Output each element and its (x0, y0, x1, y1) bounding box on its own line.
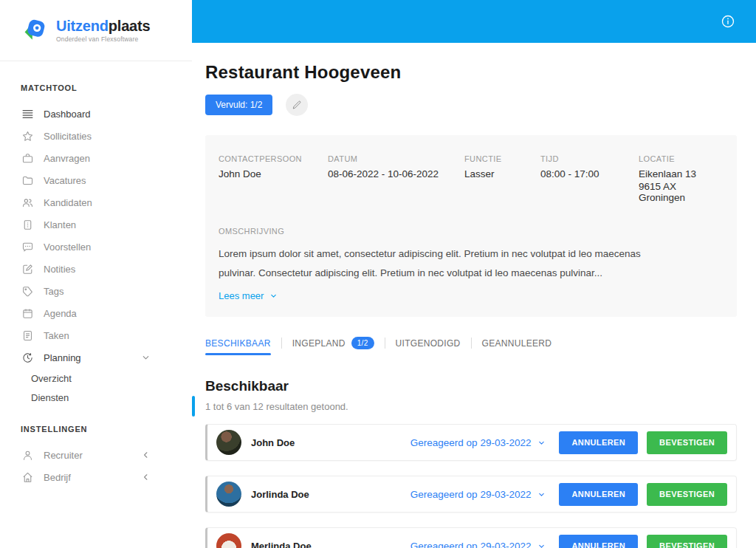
brand-text: Uitzendplaats Onderdeel van Flexsoftware (56, 18, 150, 43)
chevron-left-icon (141, 451, 151, 460)
sidebar-subitem-overzicht[interactable]: Overzicht (0, 369, 192, 388)
annuleren-button[interactable]: ANNULEREN (559, 483, 638, 506)
sidebar-item-taken[interactable]: Taken (0, 324, 192, 346)
sidebar-item-agenda[interactable]: Agenda (0, 302, 192, 324)
folder-icon (21, 174, 34, 187)
field-value: 08-06-2022 - 10-06-2022 (328, 168, 464, 179)
candidate-name: John Doe (251, 437, 295, 448)
nav-spacer (0, 407, 192, 425)
sidebar-item-notities[interactable]: Notities (0, 258, 192, 280)
sidebar-item-label: Planning (44, 352, 81, 363)
description-section: OMSCHRIJVING Lorem ipsum dolor sit amet,… (219, 227, 722, 302)
sidebar-item-planning[interactable]: Planning (0, 346, 192, 369)
sidebar-item-kandidaten[interactable]: Kandidaten (0, 191, 192, 213)
sidebar-item-label: Recruiter (44, 450, 83, 461)
tab-geannuleerd[interactable]: GEANNULEERD (482, 338, 552, 355)
sidebar-subitem-diensten[interactable]: Diensten (0, 388, 192, 407)
home-icon (21, 470, 34, 484)
sidebar-item-klanten[interactable]: Klanten (0, 213, 192, 236)
field-label: LOCATIE (639, 154, 722, 163)
sidebar-item-label: Notities (44, 264, 75, 275)
status-dropdown-link[interactable]: Gereageerd op 29-03-2022 (410, 437, 546, 448)
field-label: FUNCTIE (464, 154, 540, 163)
details-fields: CONTACTPERSOON John Doe DATUM 08-06-2022… (219, 154, 722, 203)
field-tijd: TIJD 08:00 - 17:00 (540, 154, 639, 203)
bevestigen-button[interactable]: BEVESTIGEN (647, 431, 727, 454)
topbar (192, 0, 756, 43)
sidebar-nav: MATCHTOOL Dashboard Sollicitaties Aanvra… (0, 61, 192, 488)
edit-button[interactable] (286, 94, 308, 116)
sidebar: Uitzendplaats Onderdeel van Flexsoftware… (0, 0, 192, 548)
details-card: CONTACTPERSOON John Doe DATUM 08-06-2022… (205, 135, 737, 317)
field-value-line2: 9615 AX Groningen (639, 181, 722, 203)
calendar-icon (21, 306, 34, 320)
task-icon (21, 329, 34, 342)
tab-label: INGEPLAND (292, 338, 346, 349)
bevestigen-button[interactable]: BEVESTIGEN (647, 535, 727, 548)
list-heading: Beschikbaar (205, 378, 737, 394)
sidebar-item-bedrijf[interactable]: Bedrijf (0, 466, 192, 488)
chevron-down-icon (537, 439, 546, 447)
sidebar-item-sollicitaties[interactable]: Sollicitaties (0, 125, 192, 147)
annuleren-button[interactable]: ANNULEREN (559, 535, 638, 548)
field-value: Eikenlaan 13 (639, 168, 722, 179)
sidebar-item-label: Kandidaten (44, 197, 92, 208)
app-window: Uitzendplaats Onderdeel van Flexsoftware… (0, 0, 756, 548)
sidebar-item-label: Sollicitaties (44, 131, 92, 142)
sidebar-item-vacatures[interactable]: Vacatures (0, 169, 192, 191)
sidebar-item-label: Voorstellen (44, 242, 91, 253)
status-text: Gereageerd op 29-03-2022 (410, 437, 532, 448)
tab-uitgenodigd[interactable]: UITGENODIGD (396, 338, 461, 355)
section-matchtool: MATCHTOOL (0, 83, 192, 103)
user-icon (21, 448, 34, 462)
description-text: Lorem ipsum dolor sit amet, consectetur … (219, 244, 722, 283)
description-line1: Lorem ipsum dolor sit amet, consectetur … (219, 244, 722, 264)
sidebar-item-voorstellen[interactable]: Voorstellen (0, 236, 192, 258)
tab-label: BESCHIKBAAR (205, 338, 271, 349)
chevron-left-icon (141, 473, 151, 482)
content: Restaurant Hoogeveen Vervuld: 1/2 CONTAC… (192, 43, 756, 548)
candidate-name: Merlinda Doe (251, 541, 312, 548)
tab-divider (281, 338, 282, 349)
sidebar-subitem-label: Diensten (31, 392, 69, 403)
section-instellingen: INSTELLINGEN (0, 425, 192, 444)
info-icon[interactable] (721, 14, 735, 29)
sidebar-item-label: Taken (44, 330, 69, 341)
main-area: Restaurant Hoogeveen Vervuld: 1/2 CONTAC… (192, 0, 756, 548)
read-more-link[interactable]: Lees meer (219, 290, 278, 301)
field-label: CONTACTPERSOON (219, 154, 328, 163)
tab-beschikbaar[interactable]: BESCHIKBAAR (205, 338, 271, 355)
sidebar-item-recruiter[interactable]: Recruiter (0, 444, 192, 466)
tab-label: UITGENODIGD (396, 338, 461, 349)
scrollbar-indicator[interactable] (192, 396, 195, 417)
avatar (216, 430, 241, 455)
avatar (216, 482, 241, 507)
brand-name-secondary: plaats (109, 18, 151, 34)
tab-divider (385, 338, 385, 349)
candidate-list: John Doe Gereageerd op 29-03-2022 ANNULE… (205, 424, 737, 548)
sidebar-item-dashboard[interactable]: Dashboard (0, 103, 192, 125)
tab-bar: BESCHIKBAAR INGEPLAND 1/2 UITGENODIGD GE… (205, 337, 737, 356)
status-dropdown-link[interactable]: Gereageerd op 29-03-2022 (410, 489, 546, 500)
sidebar-item-tags[interactable]: Tags (0, 280, 192, 302)
tag-icon (21, 284, 34, 298)
status-dropdown-link[interactable]: Gereageerd op 29-03-2022 (410, 541, 546, 548)
brand-logo: Uitzendplaats Onderdeel van Flexsoftware (0, 0, 192, 61)
description-line2: pulvinar. Consectetur adipiscing elit. P… (219, 264, 722, 283)
annuleren-button[interactable]: ANNULEREN (559, 431, 638, 454)
field-label: TIJD (540, 154, 639, 163)
chevron-down-icon (537, 490, 546, 499)
menu-icon (21, 107, 34, 120)
avatar (216, 533, 241, 548)
tab-label: GEANNULEERD (482, 338, 552, 349)
tab-ingepland[interactable]: INGEPLAND 1/2 (292, 337, 374, 356)
field-locatie: LOCATIE Eikenlaan 13 9615 AX Groningen (639, 154, 722, 203)
field-value: 08:00 - 17:00 (540, 168, 639, 179)
status-badge: Vervuld: 1/2 (205, 95, 272, 115)
clock-icon (21, 351, 34, 364)
briefcase-icon (21, 151, 34, 165)
bevestigen-button[interactable]: BEVESTIGEN (647, 483, 727, 506)
field-contactpersoon: CONTACTPERSOON John Doe (219, 154, 328, 203)
sidebar-item-aanvragen[interactable]: Aanvragen (0, 147, 192, 169)
sidebar-item-label: Klanten (44, 219, 76, 230)
